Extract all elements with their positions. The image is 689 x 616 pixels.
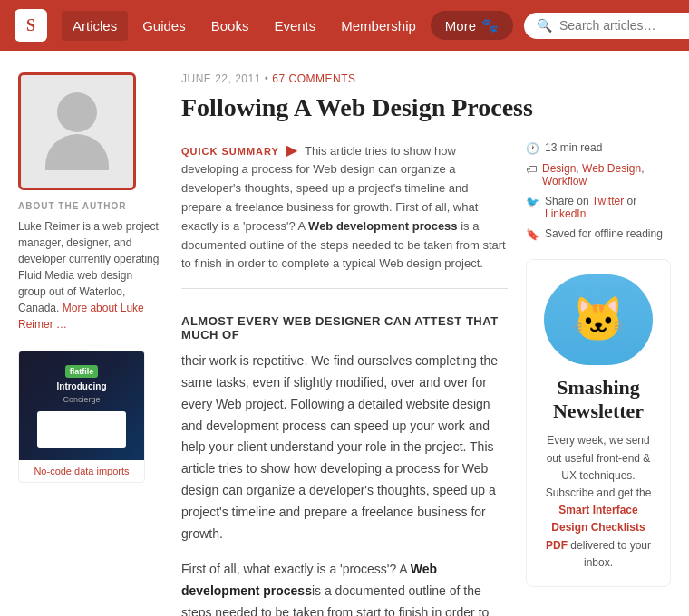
nav-books[interactable]: Books: [200, 11, 260, 41]
navigation: S Articles Guides Books Events Membershi…: [0, 0, 689, 51]
article-title: Following A Web Design Process: [181, 92, 671, 123]
tag-design[interactable]: Design: [542, 162, 576, 175]
ad-logo-row: flatfile: [65, 365, 99, 378]
clock-icon: 🕐: [526, 142, 539, 155]
search-input[interactable]: [559, 18, 686, 33]
ad-image: flatfile Introducing Concierge: [19, 351, 144, 460]
nav-guides[interactable]: Guides: [131, 11, 197, 41]
newsletter-text: Every week, we send out useful front-end…: [541, 432, 655, 572]
article-paragraph-1: their work is repetitive. We find oursel…: [181, 351, 508, 544]
paw-icon: 🐾: [481, 17, 499, 34]
twitter-icon: 🐦: [526, 196, 539, 208]
ad-ui-preview: [37, 411, 126, 448]
comments-link[interactable]: 67 comments: [272, 72, 355, 85]
avatar-body: [45, 134, 109, 170]
site-logo[interactable]: S: [15, 9, 47, 42]
section-divider: [181, 288, 508, 289]
sidebar: About the Author Luke Reimer is a web pr…: [18, 72, 163, 616]
avatar-figure: [45, 92, 109, 170]
flatfile-logo: flatfile: [65, 365, 99, 378]
nav-more-button[interactable]: More 🐾: [431, 11, 513, 40]
avatar-head: [57, 92, 97, 132]
content-with-meta: Quick Summary ▶ This article tries to sh…: [181, 141, 671, 616]
meta-sidebar: 🕐 13 min read 🏷 Design, Web Design, Work…: [526, 141, 671, 616]
meta-tags: 🏷 Design, Web Design, Workflow: [526, 162, 671, 188]
advertisement: flatfile Introducing Concierge No-code d…: [18, 351, 145, 483]
main-content: June 22, 2011 • 67 comments Following A …: [181, 72, 671, 616]
nav-events[interactable]: Events: [263, 11, 326, 41]
search-icon: 🔍: [537, 18, 552, 34]
quick-summary-label: Quick Summary: [181, 146, 279, 157]
tag-icon: 🏷: [526, 163, 537, 176]
nav-articles[interactable]: Articles: [62, 11, 128, 41]
meta-saved: 🔖 Saved for offline reading: [526, 227, 671, 241]
newsletter-title: Smashing Newsletter: [541, 376, 655, 424]
article-date: June 22, 2011: [181, 72, 261, 85]
quick-summary-paragraph: Quick Summary ▶ This article tries to sh…: [181, 141, 508, 274]
article-meta: June 22, 2011 • 67 comments: [181, 72, 671, 85]
section-heading: Almost every web designer can attest tha…: [181, 314, 508, 342]
ad-introducing: Introducing: [57, 381, 107, 391]
meta-share: 🐦 Share on Twitter or LinkedIn: [526, 195, 671, 220]
nav-links: Articles Guides Books Events Membership …: [62, 11, 513, 41]
search-bar[interactable]: 🔍: [524, 13, 689, 39]
newsletter-box: 🐱 Smashing Newsletter Every week, we sen…: [526, 259, 671, 587]
article-body: Quick Summary ▶ This article tries to sh…: [181, 141, 508, 616]
author-bio: Luke Reimer is a web project manager, de…: [18, 218, 163, 332]
quick-summary-text: This article tries to show how developin…: [181, 144, 506, 271]
newsletter-mascot: 🐱: [544, 274, 653, 365]
quick-summary-arrow: ▶: [286, 142, 301, 158]
page-wrap: About the Author Luke Reimer is a web pr…: [0, 51, 689, 616]
ad-caption-link[interactable]: No-code data imports: [19, 460, 144, 482]
cat-mascot-icon: 🐱: [571, 298, 626, 342]
ad-product: Concierge: [63, 395, 100, 404]
bookmark-icon: 🔖: [526, 228, 539, 241]
about-author-label: About the Author: [18, 201, 163, 211]
meta-read-time: 🕐 13 min read: [526, 141, 671, 155]
tag-workflow[interactable]: Workflow: [542, 175, 587, 188]
nav-membership[interactable]: Membership: [330, 11, 427, 41]
linkedin-link[interactable]: LinkedIn: [545, 207, 586, 220]
article-paragraph-2: First of all, what exactly is a 'process…: [181, 559, 508, 616]
twitter-link[interactable]: Twitter: [592, 195, 624, 207]
author-avatar: [18, 72, 136, 190]
tag-web-design[interactable]: Web Design: [582, 162, 641, 175]
